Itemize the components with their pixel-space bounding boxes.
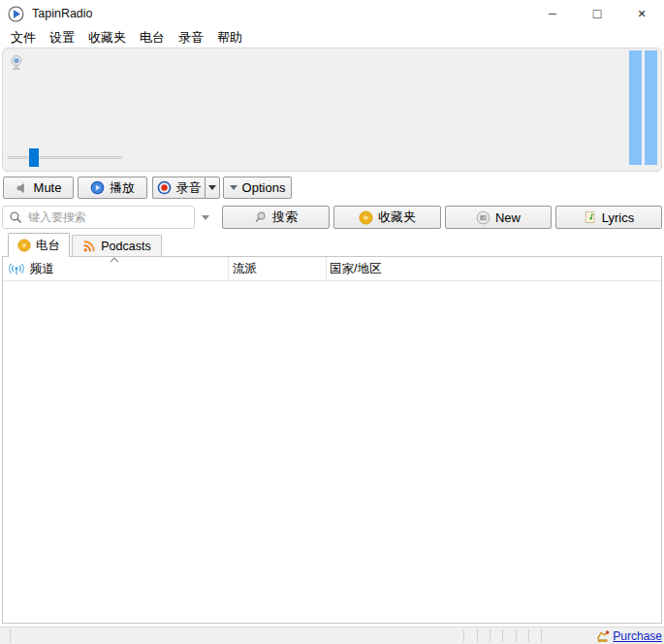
favorites-star-icon (359, 210, 373, 225)
podcasts-rss-icon (82, 240, 96, 253)
record-button[interactable]: 录音 (152, 177, 205, 199)
search-action-icon (254, 210, 268, 224)
record-icon (157, 180, 172, 195)
station-table: 频道 流派 国家/地区 (2, 256, 662, 624)
statusbar-divider (463, 629, 464, 642)
minimize-icon: ─ (549, 8, 556, 19)
options-label: Options (242, 180, 286, 195)
menu-bar: 文件 设置 收藏夹 电台 录音 帮助 (0, 27, 664, 48)
column-header-genre-label: 流派 (233, 261, 257, 277)
chevron-down-icon (208, 185, 216, 190)
lyrics-button-label: Lyrics (602, 210, 634, 225)
column-header-country[interactable]: 国家/地区 (330, 257, 381, 281)
menu-item-settings[interactable]: 设置 (43, 27, 81, 48)
play-label: 播放 (110, 179, 135, 197)
lyrics-button[interactable]: Lyrics (555, 206, 662, 229)
lyrics-icon (584, 210, 597, 224)
statusbar-divider (502, 629, 503, 642)
column-header-channel-label: 频道 (30, 261, 54, 277)
search-icon (9, 210, 22, 224)
options-button[interactable]: Options (223, 177, 292, 199)
volume-slider[interactable] (8, 148, 122, 168)
record-split-button: 录音 (152, 177, 220, 199)
tapinradio-window: { "window": { "title": "TapinRadio", "co… (0, 0, 664, 644)
stations-tab-star-icon (17, 239, 31, 252)
statusbar-divider (490, 629, 490, 642)
sort-ascending-icon (110, 257, 119, 263)
column-divider[interactable] (326, 257, 327, 281)
title-bar[interactable]: TapinRadio ─ □ ✕ (0, 0, 664, 27)
chevron-down-icon (202, 215, 209, 220)
search-button-label: 搜索 (272, 209, 298, 226)
record-label: 录音 (176, 179, 202, 197)
record-dropdown-button[interactable] (205, 177, 220, 199)
purchase-area: Purchase (596, 628, 662, 644)
player-toolbar: Mute 播放 录音 Options (3, 177, 292, 199)
tab-podcasts[interactable]: Podcasts (72, 235, 162, 257)
search-box[interactable] (2, 206, 195, 229)
window-title: TapinRadio (32, 7, 93, 20)
statusbar-divider (541, 629, 542, 642)
search-dropdown-button[interactable] (197, 206, 214, 229)
tab-podcasts-label: Podcasts (101, 240, 150, 253)
purchase-link[interactable]: Purchase (613, 629, 662, 643)
favorites-button[interactable]: 收藏夹 (333, 206, 441, 229)
content-tabs: 电台 Podcasts (2, 233, 662, 257)
search-button[interactable]: 搜索 (222, 206, 330, 229)
app-icon (8, 6, 24, 22)
statusbar-divider (477, 629, 478, 642)
radio-icon (10, 54, 23, 71)
player-panel (2, 48, 662, 172)
search-toolbar: 搜索 收藏夹 New Lyrics (0, 206, 664, 229)
search-input[interactable] (28, 210, 188, 224)
new-station-icon (476, 210, 490, 225)
station-table-header: 频道 流派 国家/地区 (3, 257, 661, 281)
menu-item-favorites[interactable]: 收藏夹 (81, 27, 133, 48)
vu-meter-bar-left (629, 50, 642, 165)
mute-label: Mute (34, 180, 62, 195)
menu-item-stations[interactable]: 电台 (133, 27, 172, 48)
menu-item-help[interactable]: 帮助 (210, 27, 249, 48)
chevron-down-icon (230, 185, 237, 190)
mute-button[interactable]: Mute (3, 177, 74, 199)
play-button[interactable]: 播放 (78, 177, 147, 199)
speaker-muted-icon (16, 181, 29, 195)
statusbar-divider (10, 629, 11, 642)
new-button[interactable]: New (445, 206, 552, 229)
maximize-button[interactable]: □ (575, 0, 619, 27)
vu-meter-bar-right (645, 50, 657, 165)
favorites-button-label: 收藏夹 (378, 209, 416, 226)
volume-slider-track[interactable] (8, 156, 122, 159)
new-button-label: New (495, 210, 521, 225)
volume-slider-thumb[interactable] (29, 148, 39, 167)
play-icon (90, 180, 105, 195)
close-button[interactable]: ✕ (619, 0, 664, 27)
tab-stations-label: 电台 (36, 238, 60, 254)
maximize-icon: □ (593, 6, 601, 21)
broadcast-icon (8, 263, 25, 275)
purchase-icon (596, 629, 610, 643)
statusbar-divider (516, 629, 517, 642)
close-icon: ✕ (637, 8, 646, 20)
column-divider[interactable] (228, 257, 229, 281)
minimize-button[interactable]: ─ (530, 0, 575, 27)
tab-stations[interactable]: 电台 (8, 233, 70, 257)
column-header-country-label: 国家/地区 (330, 261, 381, 277)
column-header-genre[interactable]: 流派 (233, 257, 257, 281)
window-controls: ─ □ ✕ (530, 0, 664, 27)
menu-item-file[interactable]: 文件 (4, 27, 43, 48)
station-list-empty (3, 282, 661, 623)
statusbar-divider (528, 629, 529, 642)
column-header-channel[interactable]: 频道 (8, 257, 54, 281)
status-bar: Purchase (0, 627, 664, 644)
menu-item-recording[interactable]: 录音 (172, 27, 210, 48)
